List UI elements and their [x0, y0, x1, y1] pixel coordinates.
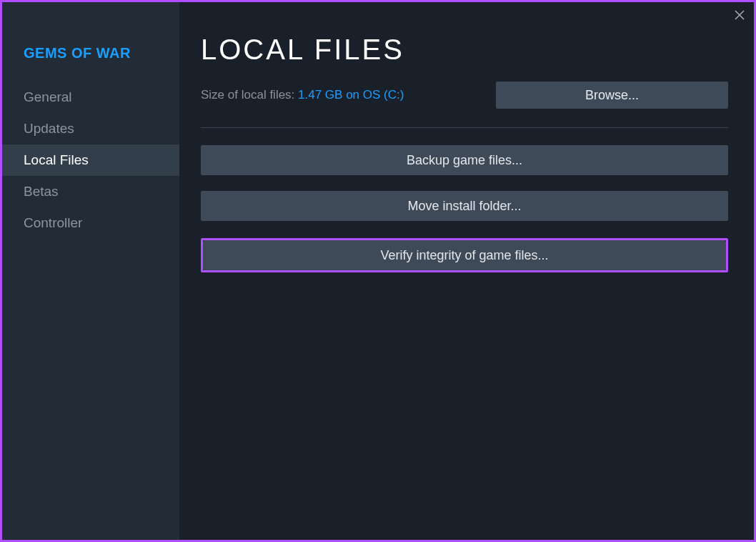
page-title: LOCAL FILES [201, 34, 728, 66]
verify-integrity-button[interactable]: Verify integrity of game files... [203, 240, 726, 270]
move-install-button[interactable]: Move install folder... [201, 191, 728, 221]
sidebar-item-local-files[interactable]: Local Files [2, 144, 179, 176]
sidebar-item-label: Controller [24, 215, 82, 230]
sidebar-item-label: Local Files [24, 152, 89, 167]
divider [201, 127, 728, 128]
size-label: Size of local files: [201, 88, 298, 102]
sidebar-item-controller[interactable]: Controller [2, 207, 179, 239]
sidebar-item-label: General [24, 89, 72, 104]
size-text: Size of local files: 1.47 GB on OS (C:) [201, 88, 404, 102]
sidebar-item-updates[interactable]: Updates [2, 113, 179, 144]
browse-button[interactable]: Browse... [496, 82, 728, 109]
size-row: Size of local files: 1.47 GB on OS (C:) … [201, 82, 728, 109]
close-icon [735, 10, 745, 20]
sidebar-item-general[interactable]: General [2, 82, 179, 113]
verify-highlight: Verify integrity of game files... [201, 238, 728, 272]
sidebar: GEMS OF WAR General Updates Local Files … [2, 2, 179, 540]
sidebar-item-betas[interactable]: Betas [2, 176, 179, 207]
close-button[interactable] [732, 8, 747, 22]
main-panel: LOCAL FILES Size of local files: 1.47 GB… [179, 2, 754, 540]
size-value: 1.47 GB on OS (C:) [298, 88, 404, 102]
sidebar-item-label: Betas [24, 184, 59, 199]
sidebar-item-label: Updates [24, 121, 74, 136]
app-title: GEMS OF WAR [2, 38, 179, 82]
properties-window: GEMS OF WAR General Updates Local Files … [0, 0, 756, 542]
backup-button[interactable]: Backup game files... [201, 145, 728, 175]
